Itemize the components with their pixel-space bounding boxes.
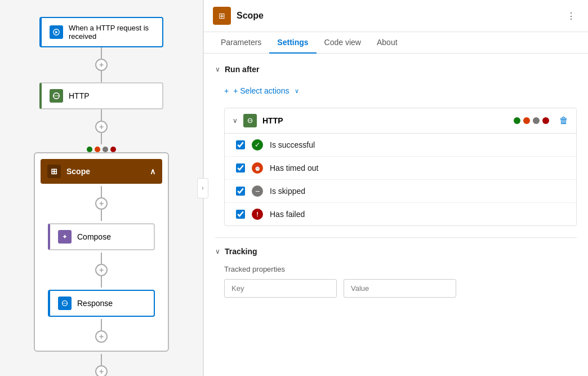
condition-label-skipped: Is skipped [270,187,305,196]
collapse-panel-button[interactable]: › [197,178,208,198]
connector-line [101,253,102,264]
checkbox-successful[interactable] [236,140,245,149]
status-icon-timed-out: ⏰ [252,162,263,174]
connector-line [101,210,102,221]
tab-code-view[interactable]: Code view [317,32,369,54]
tracking-section-header[interactable]: ∨ Tracking [215,247,577,256]
condition-row-failed: ! Has failed [225,203,576,225]
connector-line [101,276,102,287]
left-panel: When a HTTP request is received + HTTP + [0,0,203,376]
add-step-button-1[interactable]: + [95,59,108,71]
run-after-section-header[interactable]: ∨ Run after [215,65,577,74]
tracking-chevron: ∨ [215,247,220,255]
tab-settings[interactable]: Settings [269,32,316,54]
http-dot-gray [533,117,540,124]
http-run-icon [243,114,257,127]
response-icon [58,297,72,310]
trigger-icon [50,25,63,39]
status-icon-failed: ! [252,209,263,220]
connector-1: + [95,47,108,82]
trigger-label: When a HTTP request is received [69,24,154,41]
key-input[interactable] [224,279,337,298]
dot-orange [95,147,100,152]
http-run-after-block: ∨ HTTP 🗑 ✓ [224,108,577,226]
connector-line [101,133,102,144]
connector-2: + [95,109,108,144]
panel-divider[interactable]: › [203,0,204,376]
tracked-inputs-row [224,279,577,298]
compose-icon: ✦ [58,230,72,244]
scope-icon: ⊞ [47,165,61,178]
connector-final: + [95,354,108,376]
select-actions-plus: + [224,86,229,95]
tracking-section: ∨ Tracking Tracked properties [215,247,577,298]
select-actions-button[interactable]: + + Select actions ∨ [224,83,577,99]
add-step-scope-1[interactable]: + [95,197,108,210]
add-step-scope-3[interactable]: + [95,330,108,343]
scope-label: Scope [66,167,144,176]
checkbox-skipped[interactable] [236,187,245,196]
value-input[interactable] [344,279,456,298]
scope-title-icon: ⊞ [213,7,231,25]
connector-line [101,319,102,330]
connector-line [101,354,102,365]
http-expand-chevron[interactable]: ∨ [233,117,238,125]
tracking-content: Tracked properties [215,265,577,298]
select-actions-label: + Select actions [233,86,289,95]
dot-green [87,147,92,152]
add-step-button-2[interactable]: + [95,121,108,133]
condition-label-successful: Is successful [270,140,315,149]
run-after-content: + + Select actions ∨ ∨ HTTP [215,83,577,226]
scope-node[interactable]: ⊞ Scope ∧ [41,159,162,184]
checkbox-failed[interactable] [236,210,245,219]
condition-label-failed: Has failed [270,210,305,219]
trigger-node[interactable]: When a HTTP request is received [39,17,163,47]
checkbox-timed-out[interactable] [236,163,245,172]
tab-about[interactable]: About [369,32,406,54]
http-run-label: HTTP [262,116,508,125]
http-dot-red [542,117,549,124]
http-node[interactable]: HTTP [39,82,163,109]
tracking-title: Tracking [225,247,257,256]
run-after-title: Run after [225,65,259,74]
compose-node[interactable]: ✦ Compose [48,223,155,250]
scope-container: ⊞ Scope ∧ + ✦ Compose + [34,152,169,352]
right-header: ⊞ Scope ⋮ [204,0,588,32]
right-panel-title: Scope [237,11,558,21]
connector-line [101,186,102,197]
select-actions-chevron: ∨ [295,87,299,95]
condition-row-skipped: − Is skipped [225,180,576,203]
scope-header-row: ⊞ Scope ∧ [41,159,162,184]
http-label: HTTP [69,91,90,100]
dot-gray [103,147,108,152]
flow-container: When a HTTP request is received + HTTP + [11,17,191,376]
response-label: Response [77,299,113,308]
delete-http-button[interactable]: 🗑 [559,116,568,126]
http-dot-green [514,117,520,124]
dot-red [110,147,116,152]
tab-parameters[interactable]: Parameters [213,32,269,54]
condition-label-timed-out: Has timed out [270,163,318,172]
section-divider [215,237,577,238]
scope-chevron: ∧ [150,167,155,176]
add-step-final[interactable]: + [95,365,108,376]
tabs-row: Parameters Settings Code view About [204,32,588,54]
connector-scope-1: + [95,186,108,221]
add-step-scope-2[interactable]: + [95,264,108,276]
connector-line [101,47,102,59]
right-panel: ⊞ Scope ⋮ Parameters Settings Code view … [204,0,588,376]
connector-scope-3: + [95,319,108,343]
connector-line [101,109,102,121]
condition-row-timed-out: ⏰ Has timed out [225,157,576,180]
http-status-dots [514,117,549,124]
http-icon [50,89,63,103]
right-content: ∨ Run after + + Select actions ∨ ∨ HTTP [204,54,588,376]
tracked-properties-label: Tracked properties [224,265,577,273]
run-after-chevron: ∨ [215,65,220,73]
status-icon-skipped: − [252,185,263,197]
condition-row-successful: ✓ Is successful [225,134,576,157]
connector-line [101,71,102,82]
response-node[interactable]: Response [48,290,155,317]
more-options-button[interactable]: ⋮ [563,8,579,24]
compose-label: Compose [77,232,111,241]
